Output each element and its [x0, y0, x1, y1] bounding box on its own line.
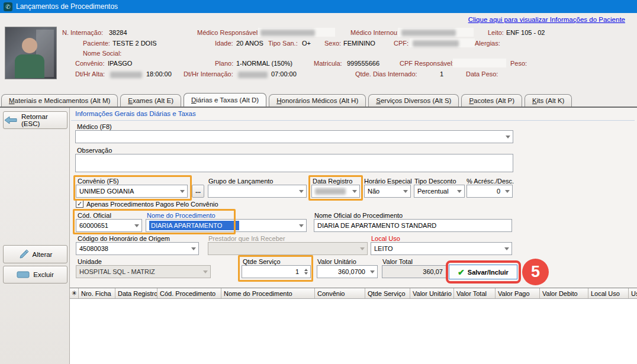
dthr-alta-time: 18:00:00	[146, 70, 172, 78]
chevron-down-icon[interactable]	[368, 266, 377, 278]
section-title: Informações Gerais das Diárias e Taxas	[75, 110, 196, 117]
chevron-down-icon[interactable]	[297, 220, 306, 231]
chevron-down-icon[interactable]	[132, 220, 141, 231]
results-grid-body[interactable]	[70, 299, 637, 364]
nome-procedimento-combo[interactable]: DIARIA APARTAMENTO	[146, 219, 307, 232]
nome-oficial-label: Nome Oficial do Procedimento	[314, 212, 403, 219]
observacao-input[interactable]	[75, 154, 513, 172]
photo-person-body	[15, 54, 44, 78]
convenio-combo[interactable]: UNIMED GOIANIA	[76, 185, 188, 198]
salvar-incluir-label: Salvar/Incluir	[468, 269, 509, 276]
tab-label: Serviços Diversos (Alt S)	[376, 97, 451, 104]
nome-procedimento-label: Nome do Procedimento	[147, 212, 215, 219]
chevron-down-icon[interactable]	[455, 185, 464, 197]
chevron-down-icon[interactable]	[503, 185, 512, 197]
n-internacao-value: 38284	[109, 29, 127, 36]
col-data-registro[interactable]: Data Registro	[115, 288, 157, 298]
convenio-header-value: IPASGO	[108, 60, 132, 67]
valor-total-field: 360,07	[382, 265, 447, 278]
local-uso-label: Local Uso	[371, 235, 400, 242]
col-valor-unitario[interactable]: Valor Unitário	[410, 288, 454, 298]
convenio-header-label: Convênio:	[75, 60, 105, 67]
chevron-down-icon[interactable]	[350, 185, 359, 197]
cod-oficial-combo[interactable]: 60000651	[76, 219, 142, 232]
cpf-responsavel-field	[453, 59, 506, 67]
local-uso-combo[interactable]: LEITO	[371, 242, 512, 255]
medico-internou-value-redacted	[401, 30, 456, 36]
horario-especial-combo[interactable]: Não	[364, 185, 411, 198]
tab-servicos-diversos[interactable]: Serviços Diversos (Alt S)	[368, 94, 459, 107]
tab-materiais-medicamentos[interactable]: Materiais e Medicamentos (Alt M)	[1, 94, 118, 107]
medico-internou-label: Médico Internou:	[350, 29, 399, 36]
valor-unitario-value: 360,0700	[320, 268, 368, 275]
tab-kits[interactable]: Kits (Alt K)	[525, 94, 572, 107]
cpf-label: CPF:	[394, 40, 408, 47]
horario-especial-value: Não	[368, 188, 401, 195]
excluir-button[interactable]: Excluir	[3, 266, 67, 284]
tipo-desconto-combo[interactable]: Percentual	[414, 185, 465, 198]
grupo-lancamento-combo[interactable]	[208, 185, 307, 198]
tab-honorarios-medicos[interactable]: Honorários Médicos (Alt H)	[269, 94, 366, 107]
chevron-down-icon[interactable]	[502, 243, 511, 255]
tab-bar: Materiais e Medicamentos (Alt M) Exames …	[1, 93, 636, 107]
row-indicator-icon: ✳	[70, 288, 79, 298]
col-qtde-servico[interactable]: Qtde Serviço	[365, 288, 410, 298]
salvar-incluir-button[interactable]: ✔ Salvar/Incluir	[449, 265, 517, 279]
retornar-button[interactable]: Retornar (ESC)	[3, 111, 67, 129]
acresc-desc-combo[interactable]: 0	[467, 185, 513, 198]
col-usuario[interactable]: Usuário	[629, 288, 637, 298]
nome-oficial-input[interactable]: DIARIA DE APARTAMENTO STANDARD	[314, 219, 512, 232]
col-local-uso[interactable]: Local Uso	[588, 288, 629, 298]
patient-info-link[interactable]: Clique aqui para visualizar Informações …	[468, 16, 625, 23]
cod-honorario-combo[interactable]: 45080038	[76, 242, 199, 255]
valor-unitario-combo[interactable]: 360,0700	[317, 265, 378, 278]
qtde-dias-value: 1	[440, 70, 443, 78]
col-cod-procedimento[interactable]: Cód. Procedimento	[157, 288, 221, 298]
medico-label: Médico (F8)	[77, 123, 112, 130]
nome-procedimento-value: DIARIA APARTAMENTO	[149, 221, 239, 230]
tab-label: Diárias e Taxas (Alt D)	[191, 96, 259, 104]
col-valor-pago[interactable]: Valor Pago	[496, 288, 540, 298]
tab-diarias-taxas[interactable]: Diárias e Taxas (Alt D)	[184, 93, 266, 107]
apenas-procedimentos-row: ✓ Apenas Procedimentos Pagos Pelo Convên…	[76, 200, 218, 208]
tab-pacotes[interactable]: Pacotes (Alt P)	[461, 94, 522, 107]
patient-photo	[5, 27, 57, 79]
chevron-down-icon[interactable]	[178, 185, 187, 197]
nome-social-label: Nome Social:	[83, 50, 121, 57]
col-valor-total[interactable]: Valor Total	[454, 288, 496, 298]
col-nro-ficha[interactable]: Nro. Ficha	[79, 288, 115, 298]
qtde-servico-label: Qtde Serviço	[243, 258, 281, 265]
tab-exames[interactable]: Exames (Alt E)	[120, 94, 181, 107]
convenio-value: UNIMED GOIANIA	[79, 188, 178, 195]
col-valor-debito[interactable]: Valor Debito	[540, 288, 588, 298]
excluir-label: Excluir	[33, 271, 54, 278]
tab-label: Pacotes (Alt P)	[469, 97, 514, 104]
chevron-down-icon[interactable]	[503, 131, 513, 143]
qtde-servico-stepper[interactable]: 1	[242, 265, 311, 278]
sexo-value: FEMININO	[343, 40, 375, 47]
unidade-label: Unidade	[78, 258, 102, 265]
tab-label: Kits (Alt K)	[532, 97, 564, 104]
chevron-down-icon[interactable]	[189, 243, 198, 255]
convenio-browse-button[interactable]: ...	[192, 185, 204, 198]
tab-label: Exames (Alt E)	[128, 97, 173, 104]
col-nome-procedimento[interactable]: Nome do Procedimento	[221, 288, 315, 298]
medico-responsavel-value-redacted	[260, 30, 315, 36]
data-registro-value-redacted	[315, 188, 346, 195]
data-registro-combo[interactable]	[311, 185, 360, 198]
alterar-button[interactable]: Alterar	[3, 245, 67, 263]
horario-especial-label: Horário Especial	[364, 178, 412, 185]
chevron-down-icon[interactable]	[401, 185, 410, 197]
grupo-lancamento-label: Grupo de Lançamento	[208, 178, 273, 185]
paciente-value: TESTE 2 DOIS	[112, 40, 157, 47]
observacao-label: Observação	[77, 147, 112, 154]
medico-combo[interactable]	[75, 130, 513, 143]
chevron-down-icon[interactable]	[297, 185, 306, 197]
idade-label: Idade:	[215, 40, 233, 47]
apenas-procedimentos-checkbox[interactable]: ✓	[76, 200, 83, 208]
col-convenio[interactable]: Convênio	[315, 288, 365, 298]
data-peso-label: Data Peso:	[466, 70, 498, 78]
check-icon: ✔	[458, 268, 465, 277]
spinner-arrows-icon[interactable]	[301, 266, 310, 278]
dthr-internacao-date-redacted	[238, 72, 268, 78]
